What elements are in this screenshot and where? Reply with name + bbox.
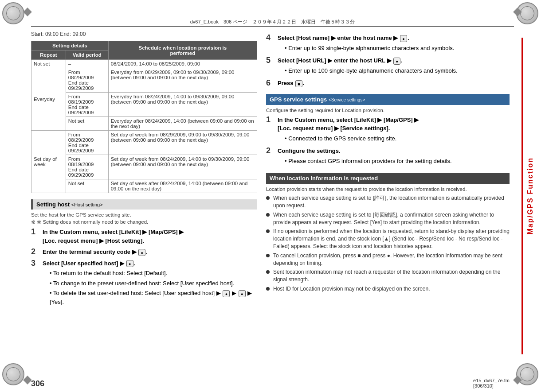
gps-step-1: 1 In the Custom menu, select [LifeKit] ▶…	[266, 116, 510, 144]
when-location-title: When location information is requested	[270, 175, 378, 182]
sidebar-bar	[521, 38, 523, 354]
gps-step-2-bullet: Please contact GPS information providers…	[285, 157, 510, 166]
right-step-6-content: Press ■.	[278, 79, 510, 88]
table-row: EverydayFrom 08/29/2009End date 09/29/20…	[31, 68, 257, 93]
btn-icon-a: ●	[223, 290, 230, 297]
when-location-bullet-item: Host ID for Location provision may not b…	[266, 285, 510, 293]
bullet-dot-icon	[266, 270, 270, 274]
table-body: Not set–08/24/2009, 14:00 to 08/25/2009,…	[31, 60, 257, 193]
left-step-2: 2 Enter the terminal security code ▶ ●.	[31, 248, 257, 256]
setting-host-description: Set the host for the GPS service setting…	[31, 212, 257, 217]
gps-step-2: 2 Configure the settings. Please contact…	[266, 147, 510, 167]
table-cell-schedule: Everyday from 08/29/2009, 09:00 to 09/30…	[108, 68, 257, 93]
right-step-5-num: 5	[266, 56, 276, 65]
right-step-5-bullet: Enter up to 100 single-byte alphanumeric…	[285, 66, 510, 75]
gps-service-title: GPS service settings	[270, 96, 327, 103]
right-step-5-text: Select [Host URL] ▶ enter the host URL ▶…	[278, 57, 403, 64]
bullet-dot-icon	[266, 229, 270, 233]
btn-icon-circle: ●	[138, 249, 145, 256]
left-step-3-content: Select [User specified host] ▶ ●. To ret…	[43, 259, 257, 308]
left-step-2-text: Enter the terminal security code ▶ ●.	[43, 248, 148, 255]
table-cell-schedule: Set day of week from 08/29/2009, 09:00 t…	[108, 131, 257, 155]
right-step-4-num: 4	[266, 34, 276, 43]
bullet-dot-icon	[266, 213, 270, 217]
corner-circle-bl	[2, 363, 24, 385]
left-step-3-bullet-3: To delete the set user-defined host: Sel…	[50, 289, 257, 306]
table-row: Not set–08/24/2009, 14:00 to 08/25/2009,…	[31, 60, 257, 68]
when-location-description: Location provision starts when the reque…	[266, 186, 510, 192]
right-step-6-num: 6	[266, 79, 276, 88]
right-step-5: 5 Select [Host URL] ▶ enter the host URL…	[266, 56, 510, 76]
when-location-bullet-item: If no operation is performed when the lo…	[266, 228, 510, 250]
right-step-4-text: Select [Host name] ▶ enter the host name…	[278, 35, 409, 41]
setting-host-subtitle: <Host setting>	[71, 202, 103, 207]
gps-step-2-num: 2	[266, 147, 276, 155]
gps-service-description: Configure the setting required for Locat…	[266, 108, 510, 113]
page-range: [306/310]	[473, 383, 510, 388]
table-cell-valid: –	[66, 60, 108, 68]
table-cell-valid: From 08/29/2009End date 09/29/2009	[66, 68, 108, 93]
gps-step-1-bullet: Connected to the GPS service setting sit…	[285, 134, 510, 143]
table-row: Set day of weekFrom 08/29/2009End date 0…	[31, 131, 257, 155]
btn-icon-b: ●	[239, 290, 246, 297]
right-step-5-content: Select [Host URL] ▶ enter the host URL ▶…	[278, 56, 510, 76]
table-cell-valid: Not set	[66, 179, 108, 193]
right-column: 4 Select [Host name] ▶ enter the host na…	[266, 31, 510, 365]
left-step-1: 1 In the Custom menu, select [LifeKit] ▶…	[31, 228, 257, 245]
gps-step-1-num: 1	[266, 116, 276, 124]
left-step-3-bullet-1: To return to the default host: Select [D…	[50, 269, 257, 278]
setting-host-title: Setting host	[36, 201, 71, 208]
sidebar-label-text: Map/GPS Function	[526, 157, 534, 234]
when-location-bullet-item: To cancel Location provision, press ■ an…	[266, 252, 510, 267]
btn-icon-c: ●	[400, 35, 407, 42]
table-cell-repeat: Set day of week	[31, 131, 66, 193]
bullet-dot-icon	[266, 287, 270, 291]
header-bar: dv67_E.book 306 ページ ２０９年４月２２日 水曜日 午後５時３３…	[31, 17, 514, 27]
corner-decoration-br	[516, 363, 543, 390]
left-step-1-num: 1	[31, 228, 41, 237]
left-column: Start: 09:00 End: 09:00 Setting details …	[31, 31, 257, 365]
footer: 306 e15_dv67_7e.fm [306/310]	[31, 378, 510, 388]
schedule-table: Setting details Schedule when location p…	[31, 41, 257, 193]
table-cell-valid: Not set	[66, 117, 108, 131]
bullet-text: If no operation is performed when the lo…	[273, 228, 510, 250]
gps-step-2-text: Configure the settings.	[278, 147, 341, 154]
btn-icon-d: ●	[393, 58, 400, 65]
bullet-dot-icon	[266, 196, 270, 200]
corner-decoration-tl	[2, 2, 29, 29]
file-name: e15_dv67_7e.fm	[473, 378, 510, 383]
table-header-setting-details: Setting details	[31, 41, 109, 50]
right-step-6: 6 Press ■.	[266, 79, 510, 88]
gps-step-2-content: Configure the settings. Please contact G…	[278, 147, 510, 167]
left-step-3-text: Select [User specified host] ▶ ●.	[43, 260, 135, 267]
table-cell-valid: From 08/19/2009End date 09/29/2009	[66, 155, 108, 179]
corner-decoration-bl	[2, 363, 29, 390]
table-header-repeat: Repeat	[31, 50, 66, 60]
bullet-text: To cancel Location provision, press ■ an…	[273, 252, 510, 267]
left-step-1-text: In the Custom menu, select [LifeKit] ▶ […	[43, 229, 184, 244]
table-cell-schedule: Set day of week after 08/24/2009, 14:00 …	[108, 179, 257, 193]
bullet-text: Sent location information may not reach …	[273, 268, 510, 283]
left-step-3-bullet-2: To change to the preset user-defined hos…	[50, 279, 257, 288]
right-step-6-text: Press ■.	[278, 80, 305, 86]
when-location-bullet-item: Sent location information may not reach …	[266, 268, 510, 283]
corner-decoration-tr	[516, 2, 543, 29]
table-cell-repeat: Not set	[31, 60, 66, 68]
footer-file-info: e15_dv67_7e.fm [306/310]	[473, 378, 510, 388]
note-mark: ※	[31, 219, 35, 225]
setting-host-note: ※ ※ Setting does not normally need to be…	[31, 219, 257, 225]
gps-service-header: GPS service settings <Service settings>	[266, 94, 510, 105]
bullet-dot-icon	[266, 254, 270, 257]
page-number: 306	[31, 379, 44, 388]
table-cell-valid: From 08/19/2009End date 09/29/2009	[66, 93, 108, 117]
gps-step-1-content: In the Custom menu, select [LifeKit] ▶ […	[278, 116, 510, 144]
when-location-header: When location information is requested	[266, 173, 510, 184]
bullet-text: When each service usage setting is set t…	[273, 194, 510, 210]
bullet-text: When each service usage setting is set t…	[273, 211, 510, 226]
left-step-3: 3 Select [User specified host] ▶ ●. To r…	[31, 259, 257, 308]
right-step-4-content: Select [Host name] ▶ enter the host name…	[278, 34, 510, 54]
left-step-2-num: 2	[31, 248, 41, 256]
table-cell-valid: From 08/29/2009End date 09/29/2009	[66, 131, 108, 155]
when-location-bullet-item: When each service usage setting is set t…	[266, 211, 510, 226]
header-text: dv67_E.book 306 ページ ２０９年４月２２日 水曜日 午後５時３３…	[190, 19, 355, 25]
